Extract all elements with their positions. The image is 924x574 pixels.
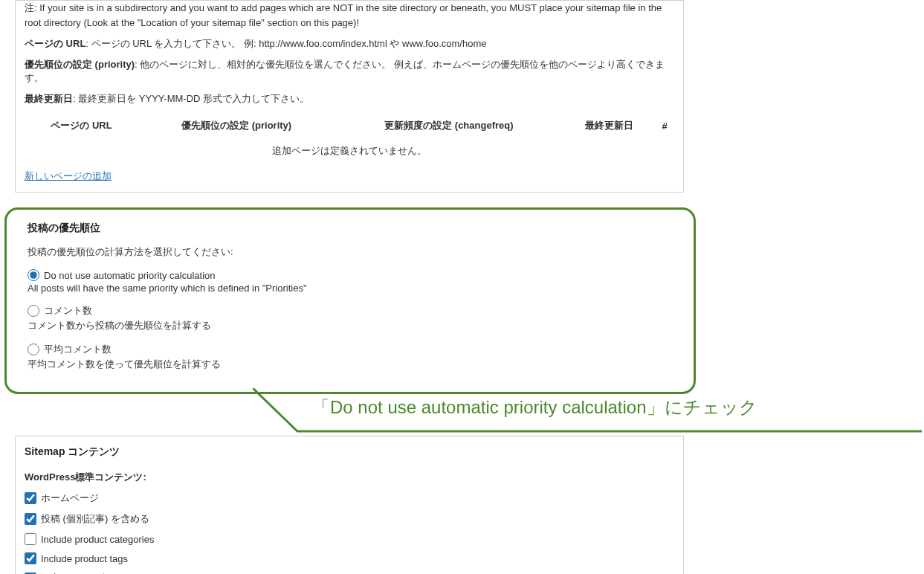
radio-desc-0: All posts will have the same priority wh… [28,283,679,294]
table-header-priority: 優先順位の設定 (priority) [138,113,335,138]
checkbox-item-product-categories: Include product categories [25,533,674,545]
url-desc: : ページの URL を入力して下さい。 例: http://www.foo.c… [85,38,486,49]
priority-box-title: 投稿の優先順位 [28,222,679,235]
checkbox-item-posts: 投稿 (個別記事) を含める [25,512,674,526]
radio-desc-1: コメント数から投稿の優先順位を計算する [28,319,679,332]
checkbox-product-tags[interactable] [25,552,36,564]
radio-label-0: Do not use automatic priority calculatio… [44,270,216,281]
table-header-changefreq: 更新頻度の設定 (changefreq) [335,113,563,138]
add-new-page-link[interactable]: 新しいページの追加 [25,170,112,183]
checkbox-homepage[interactable] [25,492,36,504]
radio-group-1: コメント数 コメント数から投稿の優先順位を計算する [28,304,679,332]
lastmod-label: 最終更新日 [25,93,73,104]
checkbox-posts[interactable] [25,513,36,525]
sitemap-box-title: Sitemap コンテンツ [25,445,674,459]
url-description: ページの URL: ページの URL を入力して下さい。 例: http://w… [25,37,674,51]
radio-group-2: 平均コメント数 平均コメント数を使って優先順位を計算する [28,343,679,371]
checkbox-item-product-tags: Include product tags [25,552,674,564]
table-header-hash: # [655,113,674,138]
checkbox-label-0: ホームページ [41,491,99,505]
radio-label-1: コメント数 [44,304,92,317]
checkbox-item-homepage: ホームページ [25,491,674,505]
radio-group-0: Do not use automatic priority calculatio… [28,269,679,294]
checkbox-label-2: Include product categories [41,534,154,545]
radio-comment-count[interactable] [28,305,39,317]
priority-box-intro: 投稿の優先順位の計算方法を選択してください: [28,245,679,259]
checkbox-label-1: 投稿 (個別記事) を含める [41,512,149,526]
priority-description: 優先順位の設定 (priority): 他のページに対し、相対的な優先順位を選ん… [25,58,674,85]
radio-label-2: 平均コメント数 [44,343,112,356]
table-header-lastmod: 最終更新日 [563,113,655,138]
radio-avg-comment-count[interactable] [28,344,39,355]
lastmod-description: 最終更新日: 最終更新日を YYYY-MM-DD 形式で入力して下さい。 [25,92,674,106]
additional-pages-table: ページの URL 優先順位の設定 (priority) 更新頻度の設定 (cha… [25,113,674,164]
lastmod-desc: : 最終更新日を YYYY-MM-DD 形式で入力して下さい。 [73,93,309,104]
post-priority-box: 投稿の優先順位 投稿の優先順位の計算方法を選択してください: Do not us… [4,207,696,394]
callout-annotation: 「Do not use automatic priority calculati… [0,388,924,433]
radio-desc-2: 平均コメント数を使って優先順位を計算する [28,358,679,371]
url-label: ページの URL [25,38,85,49]
additional-pages-box: 注: If your site is in a subdirectory and… [15,0,684,193]
checkbox-label-3: Include product tags [41,553,128,564]
table-header-url: ページの URL [25,113,138,138]
priority-label: 優先順位の設定 (priority) [25,59,135,70]
checkbox-product-categories[interactable] [25,533,36,545]
radio-no-auto-priority[interactable] [28,269,39,281]
note-text: 注: If your site is in a subdirectory and… [25,1,674,30]
sitemap-subsection-title: WordPress標準コンテンツ: [25,471,674,484]
callout-text: 「Do not use automatic priority calculati… [312,396,757,419]
sitemap-contents-box: Sitemap コンテンツ WordPress標準コンテンツ: ホームページ 投… [15,436,684,574]
table-empty-message: 追加ページは定義されていません。 [25,138,674,164]
